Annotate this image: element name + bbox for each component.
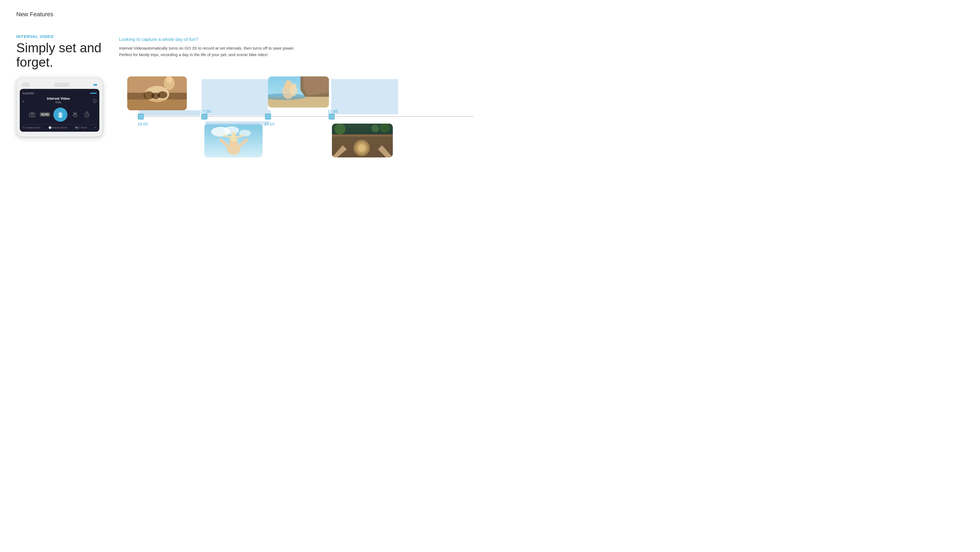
photo-thumb-4 [332,124,393,158]
mode-icon-pet [71,110,79,119]
svg-rect-42 [332,134,393,137]
timestamp-1710: 17:10 [264,122,275,126]
timeline-point-2 [201,113,207,120]
photo-thumb-2 [268,77,329,108]
description-title: Looking to capture a whole day of fun? [119,37,474,42]
svg-point-5 [59,115,62,118]
svg-point-6 [73,114,77,117]
camera-top [20,83,99,87]
screen-footer: ⏱ Duration 5min 🕐 Interval 30min 📷 2.7K/… [22,124,97,129]
footer-duration: ⏱ Duration 5min [22,126,41,129]
mode-icons: VLOG [22,108,97,122]
timeline-area: 16:00 [135,69,474,172]
camera-body: Insta360 ‹ Interval Video Kids ⓘ [16,78,103,137]
screen-title-bar: ‹ Interval Video Kids ⓘ [22,96,97,107]
wave-connector-3 [202,120,272,126]
screen-brand: Insta360 [22,92,34,95]
wave-connector-4 [329,77,399,116]
wave-connector-2a [199,77,269,112]
footer-resolution: 📷 2.7K/30 [75,126,87,129]
photo-thumb-3 [204,124,262,158]
camera-mockup: Insta360 ‹ Interval Video Kids ⓘ [16,78,103,137]
svg-point-1 [31,114,33,116]
photo1-placeholder [127,77,187,110]
timestamp-1635: 16:35 [200,109,211,113]
mode-icon-timer [83,110,91,119]
camera-led [94,84,97,86]
screen-header: Insta360 [22,92,97,95]
svg-rect-2 [31,112,33,113]
camera-screen: Insta360 ‹ Interval Video Kids ⓘ [20,89,99,132]
screen-info-icon: ⓘ [93,99,97,104]
svg-point-37 [231,132,236,137]
screen-title-group: Interval Video Kids [47,96,70,107]
svg-point-14 [151,93,160,99]
mode-vlog-icon: VLOG [40,112,50,116]
mode-icon-active [53,108,67,122]
screen-subtitle: Kids [47,101,70,104]
svg-point-46 [335,124,345,134]
svg-rect-17 [127,99,187,110]
footer-interval: 🕐 Interval 30min [48,126,67,129]
main-section: INTERVAL VIDEO Simply set and forget. In… [16,34,474,172]
wave-connector-2b [202,109,272,117]
camera-button-center [54,83,69,87]
left-panel: INTERVAL VIDEO Simply set and forget. In… [16,34,108,172]
wave-connector-1 [135,109,203,117]
timeline-point-4 [329,113,335,120]
photo-thumb-1 [127,77,187,110]
screen-back-icon: ‹ [22,99,24,104]
right-panel: Looking to capture a whole day of fun? I… [119,34,474,172]
page-container: New Features INTERVAL VIDEO Simply set a… [0,0,490,193]
timestamp-1600: 16:00 [137,122,148,126]
timestamp-1745: 17:45 [328,109,338,113]
svg-point-27 [291,83,296,89]
section-label: INTERVAL VIDEO [16,34,108,39]
timeline-point-1 [138,113,144,120]
svg-point-7 [74,113,76,115]
description-section: Looking to capture a whole day of fun? I… [119,37,474,58]
svg-point-45 [358,144,366,152]
screen-title: Interval Video [47,96,70,101]
description-text: Interval Videoautomatically turns on GO … [119,45,303,58]
camera-button-left [22,83,30,87]
page-title: New Features [16,11,474,18]
footer-edit-icon: ✏ [94,126,97,129]
screen-indicator [90,93,97,94]
timeline-point-3 [265,113,271,120]
svg-point-4 [59,113,62,115]
svg-point-48 [371,124,379,132]
mode-icon-camera [28,110,37,119]
section-headline: Simply set and forget. [16,41,108,70]
